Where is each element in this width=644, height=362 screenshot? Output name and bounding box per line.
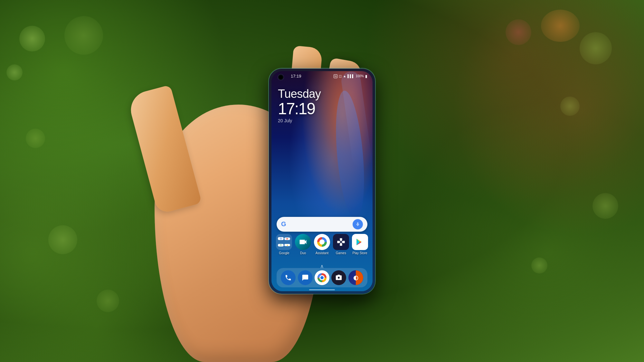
app-duo-label: Duo (300, 251, 306, 255)
nav-bar-indicator (309, 289, 335, 290)
status-bar: 17:19 N ◫ ▲ ▌▌▌ 100% ▮ (271, 71, 373, 81)
app-row-main: G ▶ ✉ ● Google (275, 234, 369, 255)
dock-phone[interactable] (281, 270, 296, 285)
app-assistant-label: Assistant (316, 251, 329, 255)
app-play-store-label: Play Store (353, 251, 367, 255)
date-display: 20 July (278, 118, 321, 123)
app-games[interactable]: Games (332, 234, 350, 255)
bokeh-1 (19, 26, 45, 51)
sim-icon: ◫ (339, 74, 342, 78)
mic-button[interactable] (353, 219, 363, 229)
svg-point-1 (319, 239, 325, 245)
bokeh-8 (560, 97, 580, 116)
mic-icon (355, 222, 360, 227)
bokeh-7 (580, 32, 612, 64)
google-g-logo: G (281, 220, 286, 228)
messages-icon (302, 274, 309, 281)
app-google-label: Google (279, 251, 289, 255)
time-display: 17:19 (278, 101, 321, 117)
dock-camera[interactable] (331, 270, 346, 285)
bokeh-3 (64, 16, 103, 55)
chrome-icon (315, 270, 329, 285)
camera-hole (278, 74, 284, 80)
phone-screen: 17:19 N ◫ ▲ ▌▌▌ 100% ▮ Tuesday 17:19 20 … (271, 71, 373, 291)
phone-icon (285, 274, 292, 281)
app-duo[interactable]: Duo (294, 234, 312, 255)
dock-oneplus[interactable]: ◐ (348, 270, 363, 285)
bokeh-6 (97, 290, 119, 312)
assistant-icon (314, 234, 330, 250)
bokeh-5 (48, 225, 77, 254)
signal-icon: ▌▌▌ (347, 74, 354, 78)
play-store-icon (352, 234, 368, 250)
app-games-label: Games (336, 251, 346, 255)
svg-point-5 (320, 276, 324, 279)
status-time: 17:19 (291, 74, 301, 79)
nfc-icon: N (334, 74, 338, 78)
bokeh-red (506, 19, 531, 45)
phone-container: 17:19 N ◫ ▲ ▌▌▌ 100% ▮ Tuesday 17:19 20 … (269, 69, 375, 294)
app-grid: G ▶ ✉ ● Google (275, 234, 369, 257)
status-icons: N ◫ ▲ ▌▌▌ 100% ▮ (334, 74, 367, 79)
wifi-icon: ▲ (343, 74, 346, 78)
app-assistant[interactable]: Assistant (313, 234, 331, 255)
app-play-store[interactable]: Play Store (351, 234, 369, 255)
dock-chrome[interactable] (315, 270, 329, 285)
bokeh-4 (26, 129, 45, 148)
bokeh-10 (531, 257, 547, 274)
dock: ◐ (277, 268, 367, 287)
battery-icon: ▮ (365, 74, 367, 79)
battery-text: 100% (355, 74, 364, 78)
day-name: Tuesday (278, 87, 321, 101)
google-search-bar[interactable]: G (277, 217, 367, 232)
dock-messages[interactable] (298, 270, 313, 285)
app-google-folder[interactable]: G ▶ ✉ ● Google (275, 234, 293, 255)
camera-icon (335, 274, 342, 281)
bokeh-orange (541, 10, 580, 42)
bokeh-2 (6, 64, 23, 80)
google-folder-icon: G ▶ ✉ ● (276, 234, 292, 250)
games-icon (333, 234, 349, 250)
bokeh-9 (592, 193, 618, 219)
duo-icon (295, 234, 311, 250)
datetime-widget: Tuesday 17:19 20 July (278, 87, 321, 123)
